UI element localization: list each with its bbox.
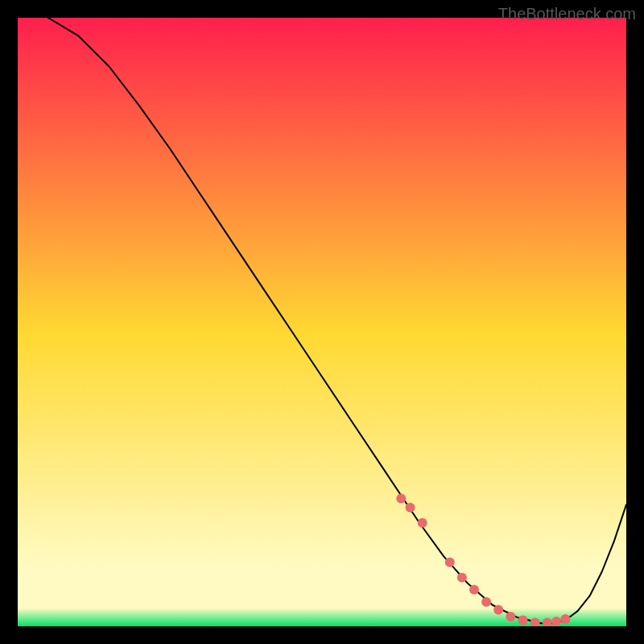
- highlight-dot: [445, 558, 455, 568]
- highlight-dot: [518, 615, 528, 625]
- highlight-dot: [481, 597, 491, 607]
- chart-plot-area: [18, 18, 626, 626]
- highlight-dot: [457, 573, 467, 583]
- highlight-dot: [469, 585, 479, 595]
- chart-background: [18, 18, 626, 626]
- watermark-text: TheBottleneck.com: [498, 5, 636, 23]
- chart-svg: [18, 18, 626, 626]
- highlight-dot: [396, 493, 406, 503]
- highlight-dot: [493, 605, 503, 615]
- highlight-dot: [418, 518, 427, 528]
- highlight-dot: [506, 612, 515, 621]
- highlight-dot: [560, 614, 570, 624]
- highlight-dot: [551, 617, 561, 626]
- highlight-dot: [406, 503, 415, 513]
